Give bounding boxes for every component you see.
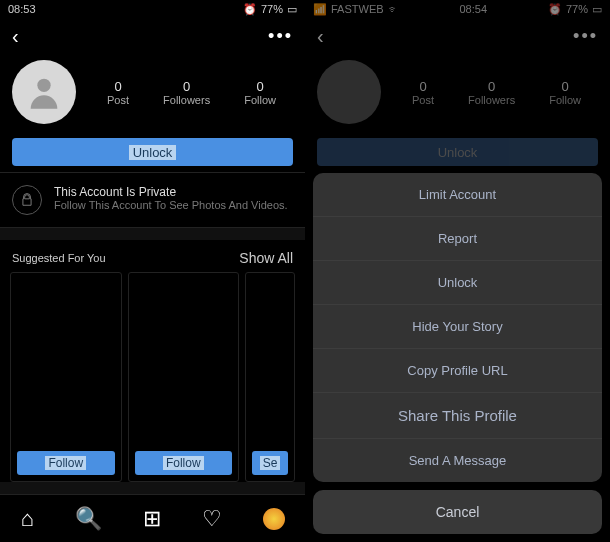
follow-button[interactable]: Follow (17, 451, 115, 475)
divider (0, 482, 305, 494)
home-icon[interactable]: ⌂ (20, 506, 33, 532)
sheet-send-message[interactable]: Send A Message (313, 439, 602, 482)
back-icon[interactable]: ‹ (317, 25, 324, 48)
stat-post[interactable]: 0 Post (107, 79, 129, 106)
person-icon (329, 72, 369, 112)
follow-label: Follow (549, 94, 581, 106)
show-all-link[interactable]: Show All (239, 250, 293, 266)
alarm-icon: ⏰ (243, 3, 257, 16)
back-icon[interactable]: ‹ (12, 25, 19, 48)
action-sheet-group: Limit Account Report Unlock Hide Your St… (313, 173, 602, 482)
stat-follow: 0 Follow (549, 79, 581, 106)
followers-label: Followers (163, 94, 210, 106)
follow-button[interactable]: Se (252, 451, 288, 475)
follow-label: Follow (244, 94, 276, 106)
battery-icon: ▭ (592, 3, 602, 16)
followers-count: 0 (468, 79, 515, 94)
followers-label: Followers (468, 94, 515, 106)
svg-point-0 (37, 79, 50, 92)
suggested-cards[interactable]: Follow Follow Se (0, 272, 305, 482)
unlock-button: Unlock (317, 138, 598, 166)
more-icon[interactable]: ••• (573, 26, 598, 47)
suggested-card[interactable]: Follow (10, 272, 122, 482)
stat-follow[interactable]: 0 Follow (244, 79, 276, 106)
profile-header: ‹ ••• (305, 18, 610, 54)
status-bar: 08:53 ⏰ 77% ▭ (0, 0, 305, 18)
unlock-label: Unlock (434, 145, 482, 160)
sheet-share-profile[interactable]: Share This Profile (313, 393, 602, 439)
stat-post: 0 Post (412, 79, 434, 106)
suggested-title: Suggested For You (12, 252, 106, 264)
followers-count: 0 (163, 79, 210, 94)
follow-count: 0 (549, 79, 581, 94)
sheet-limit-account[interactable]: Limit Account (313, 173, 602, 217)
screen-left: 08:53 ⏰ 77% ▭ ‹ ••• 0 Post 0 Followers 0… (0, 0, 305, 542)
divider (0, 228, 305, 240)
unlock-label: Unlock (129, 145, 177, 160)
sheet-copy-url[interactable]: Copy Profile URL (313, 349, 602, 393)
add-icon[interactable]: ⊞ (143, 506, 161, 532)
post-count: 0 (107, 79, 129, 94)
suggested-header: Suggested For You Show All (0, 240, 305, 272)
battery-percent: 77% (261, 3, 283, 15)
person-icon (24, 72, 64, 112)
bottom-nav: ⌂ 🔍 ⊞ ♡ (0, 494, 305, 542)
profile-nav-avatar[interactable] (263, 508, 285, 530)
stat-followers: 0 Followers (468, 79, 515, 106)
post-label: Post (412, 94, 434, 106)
lock-icon (12, 185, 42, 215)
profile-row: 0 Post 0 Followers 0 Follow (0, 54, 305, 132)
profile-row: 0 Post 0 Followers 0 Follow (305, 54, 610, 132)
follow-count: 0 (244, 79, 276, 94)
battery-percent: 77% (566, 3, 588, 15)
unlock-button[interactable]: Unlock (12, 138, 293, 166)
more-icon[interactable]: ••• (268, 26, 293, 47)
svg-point-1 (342, 79, 355, 92)
sheet-cancel[interactable]: Cancel (313, 490, 602, 534)
avatar (317, 60, 381, 124)
private-subtitle: Follow This Account To See Photos And Vi… (54, 199, 288, 211)
wifi-icon: ᯤ (388, 3, 399, 15)
private-notice: This Account Is Private Follow This Acco… (0, 172, 305, 228)
signal-icon: 📶 (313, 3, 327, 16)
suggested-card[interactable]: Se (245, 272, 295, 482)
sheet-hide-story[interactable]: Hide Your Story (313, 305, 602, 349)
avatar[interactable] (12, 60, 76, 124)
profile-header: ‹ ••• (0, 18, 305, 54)
post-label: Post (107, 94, 129, 106)
profile-stats: 0 Post 0 Followers 0 Follow (395, 79, 598, 106)
stat-followers[interactable]: 0 Followers (163, 79, 210, 106)
battery-icon: ▭ (287, 3, 297, 16)
screen-right: 📶 FASTWEB ᯤ 08:54 ⏰ 77% ▭ ‹ ••• 0 Post 0… (305, 0, 610, 542)
post-count: 0 (412, 79, 434, 94)
heart-icon[interactable]: ♡ (202, 506, 222, 532)
status-bar: 📶 FASTWEB ᯤ 08:54 ⏰ 77% ▭ (305, 0, 610, 18)
suggested-card[interactable]: Follow (128, 272, 240, 482)
alarm-icon: ⏰ (548, 3, 562, 16)
status-time: 08:54 (460, 3, 488, 15)
sheet-report[interactable]: Report (313, 217, 602, 261)
profile-stats: 0 Post 0 Followers 0 Follow (90, 79, 293, 106)
sheet-unlock[interactable]: Unlock (313, 261, 602, 305)
search-icon[interactable]: 🔍 (75, 506, 102, 532)
carrier-name: FASTWEB (331, 3, 384, 15)
private-title: This Account Is Private (54, 185, 288, 199)
action-sheet: Limit Account Report Unlock Hide Your St… (305, 173, 610, 542)
follow-button[interactable]: Follow (135, 451, 233, 475)
status-time: 08:53 (8, 3, 36, 15)
